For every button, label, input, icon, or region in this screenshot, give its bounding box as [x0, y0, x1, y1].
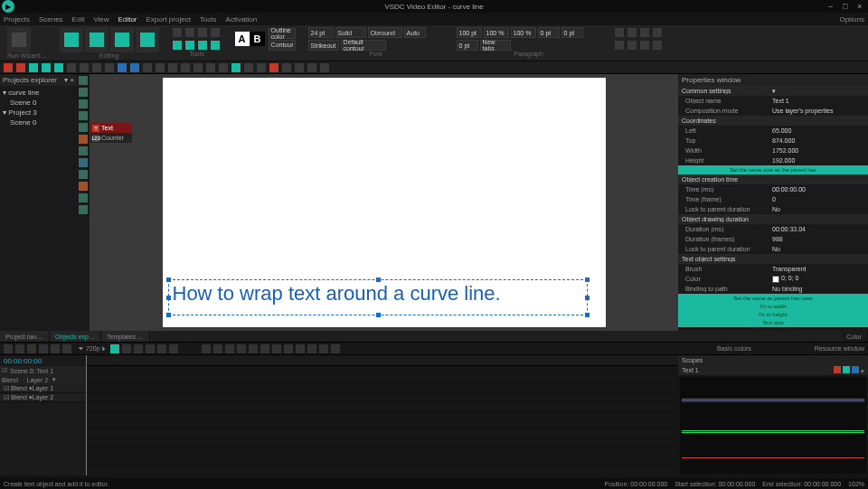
tree-item[interactable]: ▾ curve line: [3, 88, 74, 98]
transport-icon[interactable]: [202, 344, 211, 353]
strip-icon[interactable]: [231, 63, 241, 72]
playhead[interactable]: [86, 355, 87, 475]
menu-options[interactable]: Options: [839, 15, 864, 24]
run-wizard-button[interactable]: [7, 27, 31, 52]
tool-icon[interactable]: [185, 28, 194, 37]
strip-icon[interactable]: [282, 63, 291, 72]
strip-icon[interactable]: [193, 63, 203, 72]
prop-color[interactable]: 0; 0; 0: [769, 275, 868, 282]
tool-icon[interactable]: [79, 99, 88, 108]
tool-icon[interactable]: [79, 158, 88, 167]
strip-icon[interactable]: [320, 63, 329, 72]
tool-icon[interactable]: [198, 41, 207, 50]
color-panel-header[interactable]: Color: [841, 331, 868, 342]
timeline-scene-header[interactable]: ☑ Scene 0: Text 1: [0, 366, 86, 375]
maximize-button[interactable]: □: [843, 2, 852, 11]
prop-time-ms[interactable]: 00:00:00.00: [769, 186, 868, 193]
menu-projects[interactable]: Projects: [4, 15, 30, 24]
font-size-field[interactable]: 24 pt: [308, 27, 334, 38]
transport-icon[interactable]: [331, 344, 340, 353]
para-field[interactable]: 0 pt: [561, 27, 583, 38]
strip-icon[interactable]: [168, 63, 177, 72]
transport-icon[interactable]: [39, 344, 48, 353]
tool-icon[interactable]: [79, 193, 88, 202]
transport-icon[interactable]: [51, 344, 60, 353]
transport-icon[interactable]: [284, 344, 293, 353]
transport-icon[interactable]: [146, 344, 155, 353]
tool-icon[interactable]: [79, 182, 88, 191]
fit-height-button[interactable]: Fit to height: [678, 311, 868, 319]
strip-icon[interactable]: [307, 63, 316, 72]
strip-icon[interactable]: [181, 63, 190, 72]
tool-icon[interactable]: [185, 41, 194, 50]
text-style-AB[interactable]: AB: [235, 32, 265, 46]
align-icon[interactable]: [653, 28, 662, 37]
tree-item[interactable]: ▾ Project 3: [3, 108, 74, 118]
resource-window-tab[interactable]: Resource window: [815, 345, 864, 352]
tool-icon[interactable]: [211, 41, 220, 50]
tab-project-nav[interactable]: Project nav…: [0, 331, 50, 342]
transport-icon[interactable]: [296, 344, 305, 353]
text-object-selection[interactable]: How to wrap text around a curve line.: [168, 279, 588, 315]
transport-icon[interactable]: [225, 344, 234, 353]
strip-icon[interactable]: [92, 63, 101, 72]
prop-width[interactable]: 1752.000: [769, 147, 868, 154]
menu-activation[interactable]: Activation: [226, 15, 258, 24]
tool-icon[interactable]: [211, 28, 220, 37]
strip-icon[interactable]: [244, 63, 253, 72]
transport-icon[interactable]: [122, 344, 131, 353]
prop-binding[interactable]: No binding: [769, 286, 868, 292]
transport-icon[interactable]: [157, 344, 166, 353]
strip-icon[interactable]: [156, 63, 165, 72]
strip-icon[interactable]: [54, 63, 63, 72]
transport-icon[interactable]: [307, 344, 316, 353]
canvas[interactable]: How to wrap text around a curve line.: [163, 78, 606, 327]
minimize-button[interactable]: −: [828, 2, 837, 11]
menu-scenes[interactable]: Scenes: [39, 15, 63, 24]
strip-icon[interactable]: [219, 63, 228, 72]
canvas-viewport[interactable]: How to wrap text around a curve line.: [90, 74, 678, 331]
strip-icon[interactable]: [42, 63, 51, 72]
menu-tools[interactable]: Tools: [200, 15, 217, 24]
strip-icon[interactable]: [80, 63, 89, 72]
newtabs-field[interactable]: New tabs: [480, 40, 511, 51]
align-icon[interactable]: [640, 41, 649, 50]
strip-icon[interactable]: [206, 63, 215, 72]
transport-icon[interactable]: [4, 344, 13, 353]
text-object-content[interactable]: How to wrap text around a curve line.: [169, 280, 587, 307]
strip-icon[interactable]: [130, 63, 139, 72]
transport-icon[interactable]: [62, 344, 71, 353]
transport-icon[interactable]: [169, 344, 178, 353]
prop-time-frame[interactable]: 0: [769, 196, 868, 202]
strip-icon[interactable]: [257, 63, 266, 72]
prop-duration-frames[interactable]: 988: [769, 236, 868, 242]
transport-icon[interactable]: [237, 344, 246, 353]
default-contour-field[interactable]: Default contour: [341, 40, 386, 51]
status-zoom[interactable]: 102%: [848, 481, 864, 487]
strip-icon[interactable]: [16, 63, 25, 72]
transport-icon[interactable]: [272, 344, 281, 353]
tree-item[interactable]: Scene 0: [3, 98, 74, 108]
prop-height[interactable]: 192.000: [769, 157, 868, 164]
timeline-ruler[interactable]: [86, 355, 678, 366]
tool-icon[interactable]: [79, 135, 88, 144]
audio-effects-button[interactable]: [110, 27, 134, 52]
strip-icon[interactable]: [29, 63, 38, 72]
tool-icon[interactable]: [173, 28, 182, 37]
add-object-button[interactable]: [60, 27, 83, 52]
popup-item-text[interactable]: TText: [90, 123, 132, 133]
strip-icon[interactable]: [105, 63, 114, 72]
prop-top[interactable]: 874.000: [769, 137, 868, 144]
para-field[interactable]: 100 %: [511, 27, 536, 38]
timeline-tracks[interactable]: [86, 355, 678, 475]
same-as-parent-button[interactable]: Set the same as parent has uses: [678, 294, 868, 303]
tool-icon[interactable]: [79, 111, 88, 120]
strip-icon[interactable]: [143, 63, 152, 72]
font-style-field[interactable]: Solid: [335, 27, 366, 38]
align-icon[interactable]: [627, 41, 637, 50]
text-effects-button[interactable]: [136, 27, 159, 52]
transport-icon[interactable]: [319, 344, 328, 353]
tree-item[interactable]: Scene 0: [3, 118, 74, 127]
tool-icon[interactable]: [173, 41, 182, 50]
transport-icon[interactable]: [260, 344, 269, 353]
